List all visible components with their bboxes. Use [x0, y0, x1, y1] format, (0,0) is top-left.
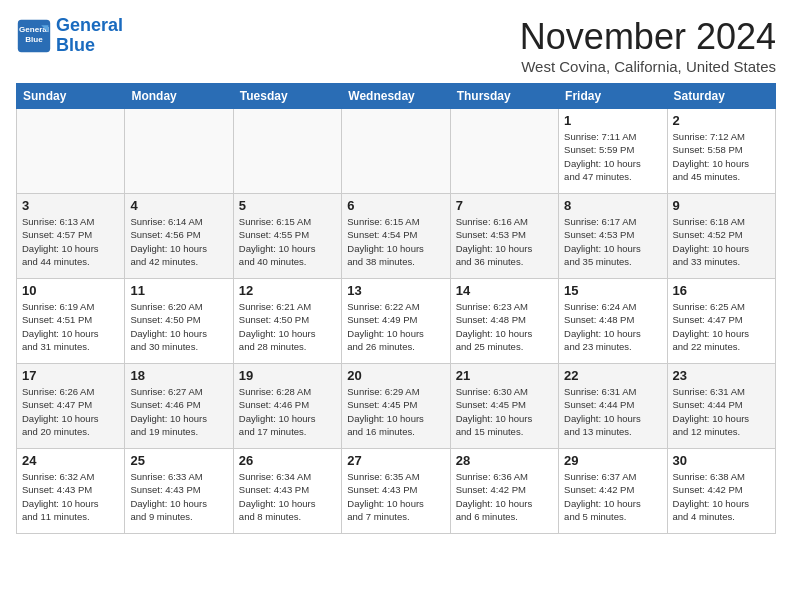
day-detail: Sunrise: 6:17 AM Sunset: 4:53 PM Dayligh… [564, 215, 661, 268]
calendar-cell [17, 109, 125, 194]
calendar-header-row: SundayMondayTuesdayWednesdayThursdayFrid… [17, 84, 776, 109]
calendar-cell: 17Sunrise: 6:26 AM Sunset: 4:47 PM Dayli… [17, 364, 125, 449]
calendar-cell: 28Sunrise: 6:36 AM Sunset: 4:42 PM Dayli… [450, 449, 558, 534]
day-number: 21 [456, 368, 553, 383]
day-detail: Sunrise: 6:18 AM Sunset: 4:52 PM Dayligh… [673, 215, 770, 268]
day-number: 25 [130, 453, 227, 468]
calendar-week-row: 3Sunrise: 6:13 AM Sunset: 4:57 PM Daylig… [17, 194, 776, 279]
calendar-cell: 11Sunrise: 6:20 AM Sunset: 4:50 PM Dayli… [125, 279, 233, 364]
day-number: 8 [564, 198, 661, 213]
calendar-week-row: 24Sunrise: 6:32 AM Sunset: 4:43 PM Dayli… [17, 449, 776, 534]
day-detail: Sunrise: 6:30 AM Sunset: 4:45 PM Dayligh… [456, 385, 553, 438]
day-number: 11 [130, 283, 227, 298]
day-number: 20 [347, 368, 444, 383]
calendar-cell [450, 109, 558, 194]
calendar-cell: 23Sunrise: 6:31 AM Sunset: 4:44 PM Dayli… [667, 364, 775, 449]
weekday-header: Monday [125, 84, 233, 109]
calendar-cell: 20Sunrise: 6:29 AM Sunset: 4:45 PM Dayli… [342, 364, 450, 449]
day-detail: Sunrise: 6:16 AM Sunset: 4:53 PM Dayligh… [456, 215, 553, 268]
day-detail: Sunrise: 6:34 AM Sunset: 4:43 PM Dayligh… [239, 470, 336, 523]
calendar-cell: 18Sunrise: 6:27 AM Sunset: 4:46 PM Dayli… [125, 364, 233, 449]
calendar-cell: 16Sunrise: 6:25 AM Sunset: 4:47 PM Dayli… [667, 279, 775, 364]
calendar-cell: 21Sunrise: 6:30 AM Sunset: 4:45 PM Dayli… [450, 364, 558, 449]
calendar-cell: 13Sunrise: 6:22 AM Sunset: 4:49 PM Dayli… [342, 279, 450, 364]
calendar-table: SundayMondayTuesdayWednesdayThursdayFrid… [16, 83, 776, 534]
day-number: 14 [456, 283, 553, 298]
calendar-cell: 1Sunrise: 7:11 AM Sunset: 5:59 PM Daylig… [559, 109, 667, 194]
calendar-week-row: 10Sunrise: 6:19 AM Sunset: 4:51 PM Dayli… [17, 279, 776, 364]
logo-text: General Blue [56, 16, 123, 56]
weekday-header: Thursday [450, 84, 558, 109]
day-detail: Sunrise: 6:13 AM Sunset: 4:57 PM Dayligh… [22, 215, 119, 268]
month-title: November 2024 [520, 16, 776, 58]
day-number: 3 [22, 198, 119, 213]
weekday-header: Saturday [667, 84, 775, 109]
calendar-cell: 12Sunrise: 6:21 AM Sunset: 4:50 PM Dayli… [233, 279, 341, 364]
day-number: 23 [673, 368, 770, 383]
day-number: 26 [239, 453, 336, 468]
calendar-cell: 6Sunrise: 6:15 AM Sunset: 4:54 PM Daylig… [342, 194, 450, 279]
day-number: 6 [347, 198, 444, 213]
day-number: 15 [564, 283, 661, 298]
weekday-header: Sunday [17, 84, 125, 109]
day-detail: Sunrise: 6:26 AM Sunset: 4:47 PM Dayligh… [22, 385, 119, 438]
day-number: 24 [22, 453, 119, 468]
location-title: West Covina, California, United States [520, 58, 776, 75]
day-detail: Sunrise: 6:29 AM Sunset: 4:45 PM Dayligh… [347, 385, 444, 438]
day-number: 7 [456, 198, 553, 213]
weekday-header: Tuesday [233, 84, 341, 109]
calendar-cell [342, 109, 450, 194]
calendar-cell: 27Sunrise: 6:35 AM Sunset: 4:43 PM Dayli… [342, 449, 450, 534]
day-detail: Sunrise: 6:27 AM Sunset: 4:46 PM Dayligh… [130, 385, 227, 438]
day-detail: Sunrise: 6:25 AM Sunset: 4:47 PM Dayligh… [673, 300, 770, 353]
calendar-cell: 24Sunrise: 6:32 AM Sunset: 4:43 PM Dayli… [17, 449, 125, 534]
day-detail: Sunrise: 6:21 AM Sunset: 4:50 PM Dayligh… [239, 300, 336, 353]
calendar-cell: 22Sunrise: 6:31 AM Sunset: 4:44 PM Dayli… [559, 364, 667, 449]
day-detail: Sunrise: 7:12 AM Sunset: 5:58 PM Dayligh… [673, 130, 770, 183]
logo: General Blue General Blue [16, 16, 123, 56]
day-number: 2 [673, 113, 770, 128]
day-number: 9 [673, 198, 770, 213]
day-number: 27 [347, 453, 444, 468]
calendar-cell: 7Sunrise: 6:16 AM Sunset: 4:53 PM Daylig… [450, 194, 558, 279]
logo-icon: General Blue [16, 18, 52, 54]
day-detail: Sunrise: 6:32 AM Sunset: 4:43 PM Dayligh… [22, 470, 119, 523]
day-detail: Sunrise: 6:22 AM Sunset: 4:49 PM Dayligh… [347, 300, 444, 353]
day-detail: Sunrise: 6:14 AM Sunset: 4:56 PM Dayligh… [130, 215, 227, 268]
day-detail: Sunrise: 6:35 AM Sunset: 4:43 PM Dayligh… [347, 470, 444, 523]
day-number: 16 [673, 283, 770, 298]
calendar-cell: 26Sunrise: 6:34 AM Sunset: 4:43 PM Dayli… [233, 449, 341, 534]
title-area: November 2024 West Covina, California, U… [520, 16, 776, 75]
calendar-cell: 15Sunrise: 6:24 AM Sunset: 4:48 PM Dayli… [559, 279, 667, 364]
day-detail: Sunrise: 6:15 AM Sunset: 4:55 PM Dayligh… [239, 215, 336, 268]
calendar-cell: 9Sunrise: 6:18 AM Sunset: 4:52 PM Daylig… [667, 194, 775, 279]
day-detail: Sunrise: 6:23 AM Sunset: 4:48 PM Dayligh… [456, 300, 553, 353]
calendar-cell: 19Sunrise: 6:28 AM Sunset: 4:46 PM Dayli… [233, 364, 341, 449]
day-number: 28 [456, 453, 553, 468]
calendar-cell [125, 109, 233, 194]
day-number: 13 [347, 283, 444, 298]
calendar-week-row: 1Sunrise: 7:11 AM Sunset: 5:59 PM Daylig… [17, 109, 776, 194]
calendar-cell: 3Sunrise: 6:13 AM Sunset: 4:57 PM Daylig… [17, 194, 125, 279]
calendar-week-row: 17Sunrise: 6:26 AM Sunset: 4:47 PM Dayli… [17, 364, 776, 449]
svg-text:Blue: Blue [25, 35, 43, 44]
calendar-cell: 5Sunrise: 6:15 AM Sunset: 4:55 PM Daylig… [233, 194, 341, 279]
calendar-cell [233, 109, 341, 194]
calendar-cell: 10Sunrise: 6:19 AM Sunset: 4:51 PM Dayli… [17, 279, 125, 364]
day-number: 29 [564, 453, 661, 468]
day-number: 22 [564, 368, 661, 383]
day-number: 17 [22, 368, 119, 383]
day-detail: Sunrise: 6:31 AM Sunset: 4:44 PM Dayligh… [673, 385, 770, 438]
weekday-header: Wednesday [342, 84, 450, 109]
day-number: 30 [673, 453, 770, 468]
calendar-cell: 4Sunrise: 6:14 AM Sunset: 4:56 PM Daylig… [125, 194, 233, 279]
calendar-cell: 29Sunrise: 6:37 AM Sunset: 4:42 PM Dayli… [559, 449, 667, 534]
day-number: 10 [22, 283, 119, 298]
day-detail: Sunrise: 6:36 AM Sunset: 4:42 PM Dayligh… [456, 470, 553, 523]
day-number: 19 [239, 368, 336, 383]
calendar-cell: 25Sunrise: 6:33 AM Sunset: 4:43 PM Dayli… [125, 449, 233, 534]
day-number: 5 [239, 198, 336, 213]
day-number: 1 [564, 113, 661, 128]
calendar-cell: 14Sunrise: 6:23 AM Sunset: 4:48 PM Dayli… [450, 279, 558, 364]
calendar-cell: 8Sunrise: 6:17 AM Sunset: 4:53 PM Daylig… [559, 194, 667, 279]
